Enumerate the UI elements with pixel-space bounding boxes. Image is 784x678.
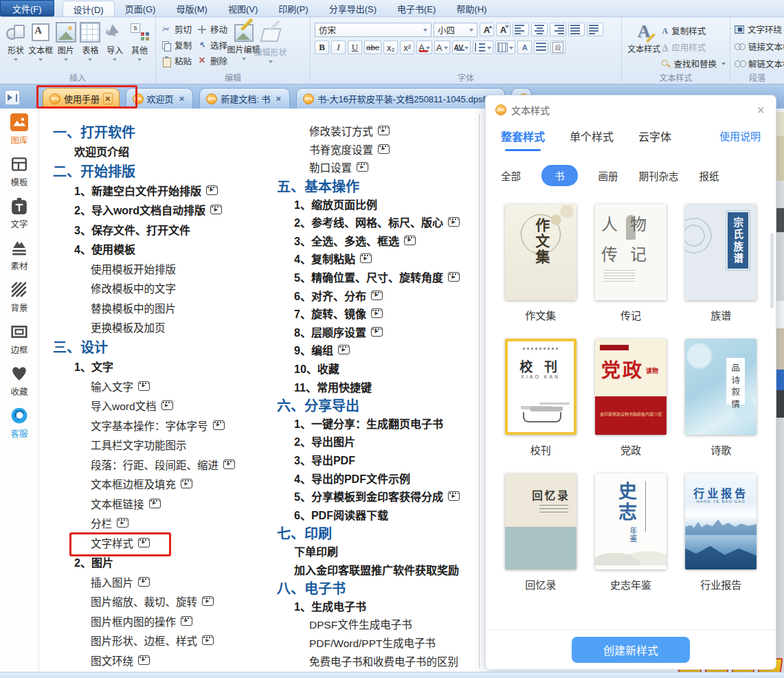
video-icon[interactable]: [138, 381, 150, 391]
toc-item[interactable]: 2、图片: [39, 552, 273, 572]
toc-item[interactable]: 4、复制粘贴: [275, 249, 482, 268]
video-icon[interactable]: [206, 185, 218, 195]
sidebar-item-support[interactable]: 客服: [0, 407, 38, 440]
toc-item[interactable]: 2、导出图片: [275, 432, 482, 451]
category-pill[interactable]: 书: [541, 165, 578, 186]
align-justify-button[interactable]: [568, 23, 585, 36]
sidebar-item-background[interactable]: 背景: [0, 281, 38, 314]
toc-item[interactable]: 一、打开软件: [39, 122, 273, 142]
video-icon[interactable]: [202, 596, 214, 606]
increase-font-button[interactable]: A: [480, 23, 494, 36]
toc-item[interactable]: 文字基本操作：字体字号: [39, 416, 273, 436]
style-card[interactable]: 行业报告 HANG YE BAO GAO 行业报告: [676, 473, 766, 591]
toc-item[interactable]: 9、编组: [275, 341, 482, 359]
toc-item[interactable]: 二、开始排版: [39, 161, 273, 181]
sidebar-item-border[interactable]: 边框: [0, 323, 38, 356]
toc-item[interactable]: 文本框边框及填充: [39, 474, 273, 494]
align-right-button[interactable]: [550, 23, 566, 36]
char-scale-button[interactable]: A: [517, 41, 532, 54]
menu-item[interactable]: 电子书(E): [387, 0, 446, 16]
video-icon[interactable]: [338, 345, 350, 354]
bold-button[interactable]: B: [315, 41, 329, 54]
toc-item[interactable]: 更换模板及加页: [39, 317, 273, 337]
toc-item[interactable]: 1、生成电子书: [275, 596, 482, 615]
numbered-list-button[interactable]: [534, 41, 548, 54]
style-card[interactable]: 回忆录 回忆录: [495, 473, 585, 591]
toc-item[interactable]: 1、缩放页面比例: [275, 194, 482, 213]
video-icon[interactable]: [371, 327, 383, 337]
video-icon[interactable]: [138, 538, 150, 547]
toc-item[interactable]: 7、旋转、镜像: [275, 304, 482, 323]
toc-item[interactable]: 三、设计: [39, 337, 273, 357]
toc-item[interactable]: 文本框链接: [39, 494, 273, 514]
superscript-button[interactable]: x²: [400, 41, 414, 54]
paste-button[interactable]: 粘贴: [160, 54, 193, 67]
video-icon[interactable]: [149, 499, 161, 508]
underline-button[interactable]: U: [348, 41, 362, 54]
toc-item[interactable]: 文字样式: [39, 533, 273, 553]
strikethrough-button[interactable]: abe: [364, 41, 381, 54]
menu-item[interactable]: 分享导出(S): [319, 0, 387, 16]
align-left-button[interactable]: [513, 23, 529, 36]
toc-item[interactable]: 分栏: [39, 513, 273, 533]
toc-item[interactable]: 八、电子书: [275, 578, 482, 597]
toc-item[interactable]: 1、新建空白文件开始排版: [39, 181, 273, 201]
toc-item[interactable]: 五、基本操作: [275, 177, 482, 195]
video-icon[interactable]: [378, 144, 390, 154]
underline-color-button[interactable]: A: [416, 41, 432, 54]
italic-button[interactable]: I: [331, 41, 346, 54]
toc-item[interactable]: 8、层顺序设置: [275, 323, 482, 341]
toc-item[interactable]: 图片框内图的操作: [39, 611, 273, 631]
toc-item[interactable]: 修改模板中的文字: [39, 278, 273, 298]
tab-close-icon[interactable]: ×: [273, 93, 283, 104]
menu-item[interactable]: 页面(G): [115, 0, 166, 16]
toc-item[interactable]: 插入图片: [39, 572, 273, 592]
video-icon[interactable]: [378, 126, 390, 135]
menu-item[interactable]: 文件(F): [0, 0, 54, 16]
video-icon[interactable]: [223, 460, 235, 469]
video-icon[interactable]: [448, 272, 460, 282]
video-icon[interactable]: [161, 400, 173, 410]
document-tab[interactable]: DPS 使用手册 ×: [43, 88, 120, 109]
toc-item[interactable]: 加入金印客联盟推广软件获取奖励: [275, 560, 482, 578]
insert-other-button[interactable]: 其他: [128, 21, 151, 63]
menu-item[interactable]: 印刷(P): [268, 0, 318, 16]
toc-item[interactable]: 4、导出的PDF文件示例: [275, 468, 482, 487]
create-new-style-button[interactable]: 创建新样式: [572, 637, 690, 663]
char-spacing-button[interactable]: AV: [452, 41, 471, 54]
toc-item[interactable]: 图片缩放、裁切、旋转: [39, 591, 273, 611]
sidebar-collapse-button[interactable]: [5, 90, 20, 105]
sidebar-item-gallery[interactable]: 图库: [0, 113, 38, 146]
insert-image-button[interactable]: 图片: [54, 21, 78, 63]
video-icon[interactable]: [138, 655, 150, 665]
toc-item[interactable]: 6、对齐、分布: [275, 286, 482, 304]
video-icon[interactable]: [371, 308, 383, 318]
toc-item[interactable]: 下单印刷: [275, 542, 482, 561]
video-icon[interactable]: [213, 420, 225, 430]
style-card[interactable]: 宗氏族谱 族谱: [676, 204, 766, 322]
toc-item[interactable]: 替换模板中的图片: [39, 298, 273, 318]
sidebar-item-assets[interactable]: 素材: [0, 239, 38, 272]
tab-close-icon[interactable]: ×: [177, 93, 187, 104]
copy-style-button[interactable]: A复制样式: [662, 24, 726, 37]
dialog-tab[interactable]: 单个样式: [570, 128, 614, 151]
toc-item[interactable]: 3、全选、多选、框选: [275, 231, 482, 250]
dialog-tab[interactable]: 整套样式: [501, 128, 545, 151]
image-edit-button[interactable]: 图片编辑: [232, 23, 256, 67]
toc-item[interactable]: 2、参考线、网格、标尺、版心: [275, 213, 482, 231]
font-name-select[interactable]: 仿宋: [315, 23, 432, 37]
align-distribute-button[interactable]: [587, 23, 603, 36]
toc-item[interactable]: 修改装订方式: [275, 122, 482, 140]
toc-item[interactable]: 6、PDF阅读器下载: [275, 505, 482, 523]
video-icon[interactable]: [360, 253, 372, 263]
insert-shape-button[interactable]: 形状: [4, 21, 27, 63]
video-icon[interactable]: [448, 491, 460, 501]
columns-button[interactable]: [495, 41, 515, 54]
toc-item[interactable]: 5、分享模板到金印客获得分成: [275, 487, 482, 506]
toc-item[interactable]: 1、一键分享：生成翻页电子书: [275, 414, 482, 433]
video-icon[interactable]: [117, 518, 128, 528]
close-icon[interactable]: ×: [755, 103, 766, 117]
document-tab[interactable]: DPS 欢迎页 ×: [126, 88, 194, 109]
subscript-button[interactable]: x₂: [383, 41, 398, 54]
video-icon[interactable]: [138, 577, 150, 587]
